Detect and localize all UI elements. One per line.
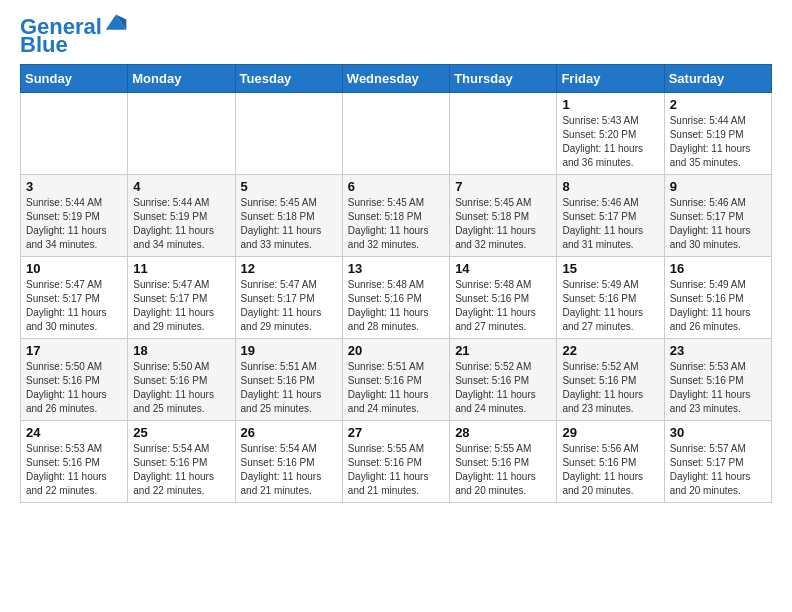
- calendar-day-cell: 30Sunrise: 5:57 AMSunset: 5:17 PMDayligh…: [664, 421, 771, 503]
- calendar: SundayMondayTuesdayWednesdayThursdayFrid…: [20, 64, 772, 503]
- day-number: 11: [133, 261, 229, 276]
- calendar-week-row: 1Sunrise: 5:43 AMSunset: 5:20 PMDaylight…: [21, 93, 772, 175]
- day-number: 4: [133, 179, 229, 194]
- calendar-day-cell: 15Sunrise: 5:49 AMSunset: 5:16 PMDayligh…: [557, 257, 664, 339]
- logo-icon: [104, 11, 128, 35]
- calendar-week-row: 24Sunrise: 5:53 AMSunset: 5:16 PMDayligh…: [21, 421, 772, 503]
- calendar-day-cell: 17Sunrise: 5:50 AMSunset: 5:16 PMDayligh…: [21, 339, 128, 421]
- day-info: Sunrise: 5:45 AMSunset: 5:18 PMDaylight:…: [348, 196, 444, 252]
- day-number: 8: [562, 179, 658, 194]
- weekday-header: Monday: [128, 65, 235, 93]
- calendar-day-cell: 11Sunrise: 5:47 AMSunset: 5:17 PMDayligh…: [128, 257, 235, 339]
- day-info: Sunrise: 5:44 AMSunset: 5:19 PMDaylight:…: [670, 114, 766, 170]
- calendar-day-cell: 27Sunrise: 5:55 AMSunset: 5:16 PMDayligh…: [342, 421, 449, 503]
- day-info: Sunrise: 5:55 AMSunset: 5:16 PMDaylight:…: [348, 442, 444, 498]
- calendar-body: 1Sunrise: 5:43 AMSunset: 5:20 PMDaylight…: [21, 93, 772, 503]
- day-info: Sunrise: 5:57 AMSunset: 5:17 PMDaylight:…: [670, 442, 766, 498]
- calendar-day-cell: 22Sunrise: 5:52 AMSunset: 5:16 PMDayligh…: [557, 339, 664, 421]
- day-info: Sunrise: 5:47 AMSunset: 5:17 PMDaylight:…: [26, 278, 122, 334]
- calendar-day-cell: 2Sunrise: 5:44 AMSunset: 5:19 PMDaylight…: [664, 93, 771, 175]
- calendar-day-cell: 6Sunrise: 5:45 AMSunset: 5:18 PMDaylight…: [342, 175, 449, 257]
- day-info: Sunrise: 5:52 AMSunset: 5:16 PMDaylight:…: [455, 360, 551, 416]
- day-number: 22: [562, 343, 658, 358]
- day-number: 17: [26, 343, 122, 358]
- day-number: 10: [26, 261, 122, 276]
- calendar-day-cell: [342, 93, 449, 175]
- weekday-header: Thursday: [450, 65, 557, 93]
- day-number: 3: [26, 179, 122, 194]
- day-number: 19: [241, 343, 337, 358]
- calendar-day-cell: 26Sunrise: 5:54 AMSunset: 5:16 PMDayligh…: [235, 421, 342, 503]
- calendar-day-cell: 10Sunrise: 5:47 AMSunset: 5:17 PMDayligh…: [21, 257, 128, 339]
- calendar-day-cell: 7Sunrise: 5:45 AMSunset: 5:18 PMDaylight…: [450, 175, 557, 257]
- day-number: 14: [455, 261, 551, 276]
- day-number: 20: [348, 343, 444, 358]
- day-number: 21: [455, 343, 551, 358]
- day-info: Sunrise: 5:49 AMSunset: 5:16 PMDaylight:…: [670, 278, 766, 334]
- calendar-day-cell: 5Sunrise: 5:45 AMSunset: 5:18 PMDaylight…: [235, 175, 342, 257]
- weekday-header: Friday: [557, 65, 664, 93]
- day-number: 13: [348, 261, 444, 276]
- weekday-header: Tuesday: [235, 65, 342, 93]
- day-info: Sunrise: 5:46 AMSunset: 5:17 PMDaylight:…: [562, 196, 658, 252]
- calendar-day-cell: 29Sunrise: 5:56 AMSunset: 5:16 PMDayligh…: [557, 421, 664, 503]
- day-number: 23: [670, 343, 766, 358]
- calendar-day-cell: 1Sunrise: 5:43 AMSunset: 5:20 PMDaylight…: [557, 93, 664, 175]
- day-number: 1: [562, 97, 658, 112]
- day-number: 29: [562, 425, 658, 440]
- day-number: 6: [348, 179, 444, 194]
- calendar-day-cell: [450, 93, 557, 175]
- day-info: Sunrise: 5:45 AMSunset: 5:18 PMDaylight:…: [241, 196, 337, 252]
- day-number: 30: [670, 425, 766, 440]
- day-info: Sunrise: 5:51 AMSunset: 5:16 PMDaylight:…: [241, 360, 337, 416]
- calendar-week-row: 3Sunrise: 5:44 AMSunset: 5:19 PMDaylight…: [21, 175, 772, 257]
- day-info: Sunrise: 5:45 AMSunset: 5:18 PMDaylight:…: [455, 196, 551, 252]
- day-number: 9: [670, 179, 766, 194]
- calendar-day-cell: 25Sunrise: 5:54 AMSunset: 5:16 PMDayligh…: [128, 421, 235, 503]
- day-info: Sunrise: 5:53 AMSunset: 5:16 PMDaylight:…: [670, 360, 766, 416]
- day-number: 25: [133, 425, 229, 440]
- calendar-day-cell: 23Sunrise: 5:53 AMSunset: 5:16 PMDayligh…: [664, 339, 771, 421]
- day-info: Sunrise: 5:48 AMSunset: 5:16 PMDaylight:…: [348, 278, 444, 334]
- day-number: 24: [26, 425, 122, 440]
- weekday-header: Saturday: [664, 65, 771, 93]
- calendar-day-cell: [21, 93, 128, 175]
- calendar-day-cell: 16Sunrise: 5:49 AMSunset: 5:16 PMDayligh…: [664, 257, 771, 339]
- day-info: Sunrise: 5:54 AMSunset: 5:16 PMDaylight:…: [133, 442, 229, 498]
- calendar-day-cell: 28Sunrise: 5:55 AMSunset: 5:16 PMDayligh…: [450, 421, 557, 503]
- calendar-day-cell: 18Sunrise: 5:50 AMSunset: 5:16 PMDayligh…: [128, 339, 235, 421]
- calendar-day-cell: 12Sunrise: 5:47 AMSunset: 5:17 PMDayligh…: [235, 257, 342, 339]
- weekday-header: Wednesday: [342, 65, 449, 93]
- day-number: 28: [455, 425, 551, 440]
- day-info: Sunrise: 5:50 AMSunset: 5:16 PMDaylight:…: [26, 360, 122, 416]
- day-number: 16: [670, 261, 766, 276]
- day-info: Sunrise: 5:47 AMSunset: 5:17 PMDaylight:…: [241, 278, 337, 334]
- day-info: Sunrise: 5:44 AMSunset: 5:19 PMDaylight:…: [26, 196, 122, 252]
- calendar-week-row: 10Sunrise: 5:47 AMSunset: 5:17 PMDayligh…: [21, 257, 772, 339]
- calendar-day-cell: 20Sunrise: 5:51 AMSunset: 5:16 PMDayligh…: [342, 339, 449, 421]
- day-info: Sunrise: 5:53 AMSunset: 5:16 PMDaylight:…: [26, 442, 122, 498]
- calendar-day-cell: 21Sunrise: 5:52 AMSunset: 5:16 PMDayligh…: [450, 339, 557, 421]
- day-number: 2: [670, 97, 766, 112]
- day-info: Sunrise: 5:49 AMSunset: 5:16 PMDaylight:…: [562, 278, 658, 334]
- logo: General Blue: [20, 16, 128, 56]
- calendar-day-cell: [235, 93, 342, 175]
- logo-text2: Blue: [20, 34, 68, 56]
- calendar-day-cell: 4Sunrise: 5:44 AMSunset: 5:19 PMDaylight…: [128, 175, 235, 257]
- calendar-day-cell: 3Sunrise: 5:44 AMSunset: 5:19 PMDaylight…: [21, 175, 128, 257]
- calendar-day-cell: 19Sunrise: 5:51 AMSunset: 5:16 PMDayligh…: [235, 339, 342, 421]
- calendar-day-cell: 14Sunrise: 5:48 AMSunset: 5:16 PMDayligh…: [450, 257, 557, 339]
- calendar-day-cell: 8Sunrise: 5:46 AMSunset: 5:17 PMDaylight…: [557, 175, 664, 257]
- day-number: 12: [241, 261, 337, 276]
- day-number: 7: [455, 179, 551, 194]
- day-info: Sunrise: 5:50 AMSunset: 5:16 PMDaylight:…: [133, 360, 229, 416]
- calendar-header-row: SundayMondayTuesdayWednesdayThursdayFrid…: [21, 65, 772, 93]
- calendar-day-cell: 9Sunrise: 5:46 AMSunset: 5:17 PMDaylight…: [664, 175, 771, 257]
- day-info: Sunrise: 5:43 AMSunset: 5:20 PMDaylight:…: [562, 114, 658, 170]
- day-number: 26: [241, 425, 337, 440]
- calendar-day-cell: [128, 93, 235, 175]
- day-info: Sunrise: 5:47 AMSunset: 5:17 PMDaylight:…: [133, 278, 229, 334]
- day-number: 5: [241, 179, 337, 194]
- day-info: Sunrise: 5:55 AMSunset: 5:16 PMDaylight:…: [455, 442, 551, 498]
- calendar-week-row: 17Sunrise: 5:50 AMSunset: 5:16 PMDayligh…: [21, 339, 772, 421]
